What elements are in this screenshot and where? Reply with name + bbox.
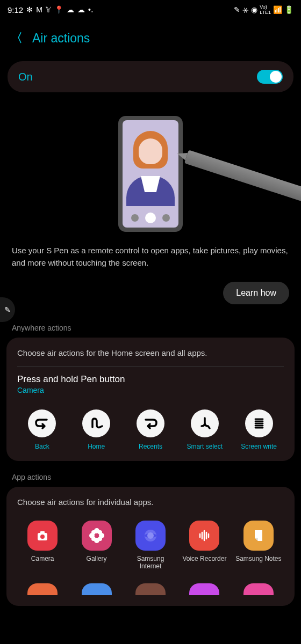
gesture-smart-select-icon <box>191 409 219 437</box>
voice-recorder-icon <box>189 521 219 551</box>
battery-icon: 🔋 <box>284 5 293 14</box>
svg-point-1 <box>40 535 45 539</box>
back-icon[interactable]: 〈 <box>11 30 23 46</box>
app-grid: Camera Gallery Samsung Internet Voice Re… <box>17 513 284 570</box>
svg-rect-2 <box>40 531 45 533</box>
notes-icon <box>243 521 274 551</box>
gesture-screen-write-icon <box>245 409 273 437</box>
cloud-icon: ☁ <box>77 5 85 14</box>
gallery-icon <box>82 521 112 551</box>
volte-icon: Vo)LTE1 <box>260 4 271 15</box>
app-voice-recorder[interactable]: Voice Recorder <box>179 521 230 570</box>
illustration <box>0 92 301 245</box>
app-gallery[interactable]: Gallery <box>71 521 121 570</box>
gesture-recents-icon <box>137 409 164 437</box>
toggle-label: On <box>18 71 33 83</box>
master-toggle[interactable]: On <box>8 61 293 92</box>
gesture-home[interactable]: Home <box>71 409 121 450</box>
camera-icon <box>27 521 58 551</box>
toggle-switch[interactable] <box>257 70 283 84</box>
status-bar: 9:12 ✻ M 𝕐 📍 ☁ ☁ •․ ✎ ⚹ ◉ Vo)LTE1 📶 🔋 <box>0 0 301 19</box>
assistant-icon: •․ <box>88 5 94 14</box>
gesture-row: Back Home Recents Smart select Screen wr… <box>17 398 284 450</box>
gesture-back-icon <box>28 409 56 437</box>
app-partial-5[interactable] <box>243 583 274 595</box>
gesture-smart-select[interactable]: Smart select <box>180 409 230 450</box>
wifi-icon: ◉ <box>251 5 257 14</box>
location-icon: 📍 <box>54 5 63 14</box>
pen-icon: ✎ <box>234 5 240 14</box>
app-partial-1[interactable] <box>27 583 58 595</box>
app-grid-row2 <box>17 570 284 595</box>
signal-icon: 📶 <box>273 5 282 14</box>
svg-point-8 <box>98 530 102 535</box>
app-actions-card: Choose air actions for individual apps. … <box>6 487 295 606</box>
svg-point-14 <box>147 532 154 539</box>
gesture-screen-write[interactable]: Screen write <box>234 409 284 450</box>
status-time: 9:12 <box>8 5 23 14</box>
anywhere-description: Choose air actions for the Home screen a… <box>17 348 284 367</box>
bluetooth-icon: ⚹ <box>242 5 249 14</box>
status-right: ✎ ⚹ ◉ Vo)LTE1 📶 🔋 <box>234 4 293 15</box>
svg-point-9 <box>91 537 96 541</box>
anywhere-actions-card: Choose air actions for the Home screen a… <box>6 338 295 461</box>
status-left: 9:12 ✻ M 𝕐 📍 ☁ ☁ •․ <box>8 5 94 14</box>
header: 〈 Air actions <box>0 19 301 61</box>
svg-point-10 <box>98 537 102 541</box>
svg-point-11 <box>95 533 99 538</box>
section-label-app: App actions <box>0 461 301 487</box>
pen-action-title: Press and hold Pen button <box>17 374 284 385</box>
learn-how-button[interactable]: Learn how <box>223 282 289 304</box>
twitter-icon: 𝕐 <box>46 5 51 14</box>
feature-description: Use your S Pen as a remote control to op… <box>0 245 301 269</box>
pen-button-action[interactable]: Press and hold Pen button Camera <box>17 367 284 398</box>
phone-mockup <box>118 116 183 232</box>
app-partial-4[interactable] <box>189 583 219 595</box>
pinwheel-icon: ✻ <box>26 5 33 14</box>
app-partial-3[interactable] <box>135 583 166 595</box>
app-actions-description: Choose air actions for individual apps. <box>17 497 284 513</box>
pen-action-value: Camera <box>17 386 284 394</box>
gesture-recents[interactable]: Recents <box>126 409 176 450</box>
weather-icon: ☁ <box>67 5 74 14</box>
internet-icon <box>135 521 166 551</box>
app-partial-2[interactable] <box>82 583 112 595</box>
app-notes[interactable]: Samsung Notes <box>233 521 284 570</box>
gesture-back[interactable]: Back <box>17 409 67 450</box>
svg-point-7 <box>91 530 96 535</box>
spen-illustration <box>184 150 301 209</box>
page-title: Air actions <box>32 31 90 46</box>
app-camera[interactable]: Camera <box>17 521 68 570</box>
section-label-anywhere: Anywhere actions <box>0 312 301 338</box>
app-internet[interactable]: Samsung Internet <box>125 521 176 570</box>
gesture-home-icon <box>82 409 110 437</box>
pencil-icon: ✎ <box>4 305 11 314</box>
gmail-icon: M <box>36 5 42 14</box>
